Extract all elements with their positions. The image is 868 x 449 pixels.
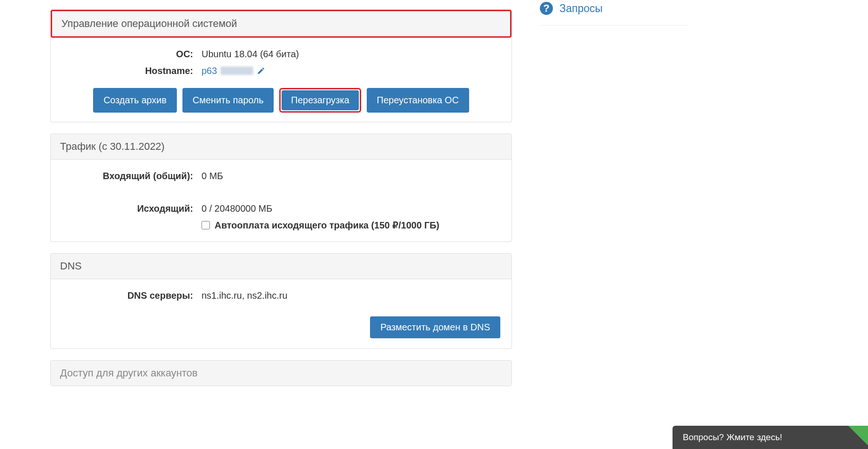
sidebar: ? Запросы [512, 0, 689, 386]
os-panel-title: Управление операционной системой [51, 10, 511, 38]
os-panel-body: ОС: Ubuntu 18.04 (64 бита) Hostname: p63… [51, 38, 511, 122]
dns-servers-label: DNS серверы: [62, 288, 202, 302]
traffic-panel-title: Трафик (с 30.11.2022) [51, 134, 511, 160]
question-icon: ? [540, 2, 553, 15]
incoming-label: Входящий (общий): [62, 169, 202, 183]
outgoing-value-block: 0 / 20480000 МБ Автооплата исходящего тр… [202, 201, 439, 232]
outgoing-value: 0 / 20480000 МБ [202, 201, 439, 215]
os-value: Ubuntu 18.04 (64 бита) [202, 47, 299, 61]
traffic-panel-body: Входящий (общий): 0 МБ Исходящий: 0 / 20… [51, 160, 511, 241]
dns-panel-title: DNS [51, 254, 511, 279]
chat-corner-accent [848, 426, 868, 445]
edit-hostname-icon[interactable] [257, 67, 265, 75]
page-root: Управление операционной системой ОС: Ubu… [0, 0, 868, 386]
reboot-highlight-frame: Перезагрузка [279, 88, 361, 113]
hostname-value-wrap: p63 [202, 64, 265, 78]
autopay-row: Автооплата исходящего трафика (150 ₽/100… [202, 218, 439, 232]
autopay-checkbox[interactable] [202, 221, 210, 229]
os-buttons-row: Создать архив Сменить пароль Перезагрузк… [62, 88, 500, 113]
hostname-label: Hostname: [62, 64, 202, 78]
place-domain-dns-button[interactable]: Разместить домен в DNS [370, 316, 500, 338]
autopay-label: Автооплата исходящего трафика (150 ₽/100… [215, 218, 439, 232]
sidebar-requests-label: Запросы [559, 2, 603, 15]
change-password-button[interactable]: Сменить пароль [182, 88, 274, 113]
chat-widget-text: Вопросы? Жмите здесь! [683, 432, 782, 442]
access-panel-title: Доступ для других аккаунтов [51, 361, 511, 386]
dns-panel-body: DNS серверы: ns1.ihc.ru, ns2.ihc.ru Разм… [51, 279, 511, 348]
dns-panel: DNS DNS серверы: ns1.ihc.ru, ns2.ihc.ru … [50, 253, 512, 349]
outgoing-row: Исходящий: 0 / 20480000 МБ Автооплата ис… [62, 201, 500, 232]
create-archive-button[interactable]: Создать архив [93, 88, 176, 113]
dns-servers-row: DNS серверы: ns1.ihc.ru, ns2.ihc.ru [62, 288, 500, 302]
traffic-panel: Трафик (с 30.11.2022) Входящий (общий): … [50, 134, 512, 242]
hostname-row: Hostname: p63 [62, 64, 500, 78]
os-management-panel: Управление операционной системой ОС: Ubu… [50, 9, 512, 122]
access-panel: Доступ для других аккаунтов [50, 360, 512, 386]
hostname-prefix: p63 [202, 64, 217, 78]
os-row: ОС: Ubuntu 18.04 (64 бита) [62, 47, 500, 61]
hostname-redacted [221, 67, 253, 75]
reinstall-os-button[interactable]: Переустановка ОС [367, 88, 469, 113]
incoming-value: 0 МБ [202, 169, 223, 183]
reboot-button[interactable]: Перезагрузка [282, 90, 358, 110]
main-column: Управление операционной системой ОС: Ubu… [50, 0, 512, 386]
sidebar-requests-link[interactable]: ? Запросы [540, 0, 689, 26]
os-label: ОС: [62, 47, 202, 61]
incoming-row: Входящий (общий): 0 МБ [62, 169, 500, 183]
dns-servers-value: ns1.ihc.ru, ns2.ihc.ru [202, 288, 288, 302]
svg-text:?: ? [543, 2, 549, 14]
outgoing-label: Исходящий: [62, 201, 202, 232]
dns-button-row: Разместить домен в DNS [62, 316, 500, 338]
chat-widget[interactable]: Вопросы? Жмите здесь! [673, 426, 868, 449]
